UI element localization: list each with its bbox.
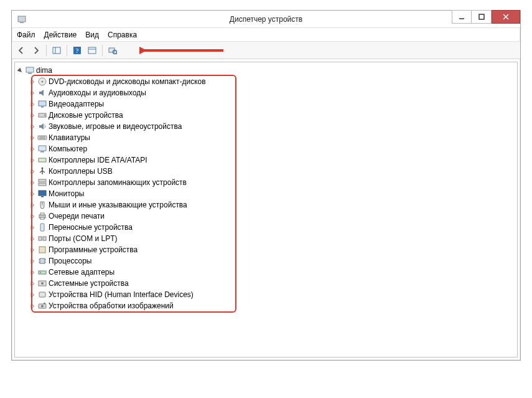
expand-icon[interactable]: [29, 113, 36, 118]
tree-category-node[interactable]: Контроллеры запоминающих устройств: [29, 177, 516, 188]
expand-icon[interactable]: [29, 169, 36, 174]
scan-hardware-button[interactable]: [106, 44, 119, 57]
expand-icon[interactable]: [29, 281, 36, 287]
tree-category-label: Сетевые адаптеры: [49, 268, 114, 277]
menu-view[interactable]: Вид: [85, 31, 99, 39]
tree-category-label: Контроллеры IDE ATA/ATAPI: [49, 156, 147, 164]
close-button[interactable]: [492, 10, 520, 24]
tree-category-node[interactable]: Очереди печати: [29, 211, 516, 222]
menu-action[interactable]: Действие: [44, 31, 77, 39]
tree-category-node[interactable]: Дисковые устройства: [29, 110, 516, 121]
system-icon: [37, 278, 47, 288]
tree-category-label: Устройства HID (Human Interface Devices): [49, 290, 194, 299]
computer-icon: [37, 144, 47, 154]
tree-root-node[interactable]: dima: [16, 65, 516, 76]
expand-icon[interactable]: [29, 180, 36, 186]
toolbar-separator: [46, 45, 47, 56]
tree-category-label: Процессоры: [49, 257, 92, 265]
audio-icon: [37, 88, 47, 98]
portable-icon: [37, 222, 47, 232]
collapse-icon[interactable]: [16, 68, 24, 73]
expand-icon[interactable]: [29, 102, 36, 107]
tree-category-label: Контроллеры запоминающих устройств: [49, 178, 187, 187]
svg-rect-0: [18, 16, 26, 22]
expand-icon[interactable]: [29, 292, 36, 298]
svg-rect-1: [20, 22, 24, 23]
expand-icon[interactable]: [29, 303, 36, 309]
tree-category-node[interactable]: Переносные устройства: [29, 222, 516, 233]
menu-file[interactable]: Файл: [17, 31, 35, 39]
tree-category-node[interactable]: Порты (COM и LPT): [29, 233, 516, 244]
forward-button[interactable]: [29, 44, 43, 57]
window-title: Диспетчер устройств: [12, 15, 520, 24]
tree-category-label: Устройства обработки изображений: [49, 301, 174, 310]
properties-button[interactable]: [85, 44, 99, 57]
minimize-button[interactable]: [452, 10, 472, 24]
tree-category-node[interactable]: Аудиовходы и аудиовыходы: [29, 87, 516, 98]
expand-icon[interactable]: [29, 236, 36, 242]
expand-icon[interactable]: [29, 79, 36, 85]
tree-category-node[interactable]: Мыши и иные указывающие устройства: [29, 199, 516, 211]
expand-icon[interactable]: [29, 247, 36, 253]
tree-category-node[interactable]: Мониторы: [29, 188, 516, 199]
tree-category-node[interactable]: Сетевые адаптеры: [29, 267, 516, 278]
tree-category-node[interactable]: Процессоры: [29, 255, 516, 267]
tree-category-label: Звуковые, игровые и видеоустройства: [49, 122, 182, 131]
tree-category-label: Контроллеры USB: [49, 167, 113, 176]
mouse-icon: [37, 200, 47, 210]
expand-icon[interactable]: [29, 146, 36, 152]
tree-category-node[interactable]: Устройства HID (Human Interface Devices): [29, 289, 516, 300]
tree-category-node[interactable]: Контроллеры USB: [29, 166, 516, 177]
help-button[interactable]: ?: [70, 44, 84, 57]
tree-category-node[interactable]: Устройства обработки изображений: [29, 300, 516, 311]
tree-category-label: Программные устройства: [49, 245, 138, 254]
device-tree[interactable]: dima DVD-дисководы и дисководы компакт-д…: [14, 62, 518, 358]
maximize-button[interactable]: [472, 10, 492, 24]
back-button[interactable]: [14, 44, 28, 57]
show-hide-console-tree-button[interactable]: [50, 44, 63, 57]
tree-root-label: dima: [36, 66, 52, 75]
tree-category-node[interactable]: Клавиатуры: [29, 132, 516, 143]
tree-category-node[interactable]: Системные устройства: [29, 278, 516, 289]
imaging-icon: [37, 301, 47, 311]
cpu-icon: [37, 256, 47, 266]
tree-category-node[interactable]: Компьютер: [29, 143, 516, 154]
tree-category-label: Мыши и иные указывающие устройства: [49, 201, 187, 209]
svg-text:?: ?: [76, 47, 79, 54]
tree-category-node[interactable]: DVD-дисководы и дисководы компакт-дисков: [29, 76, 516, 87]
annotation-arrow: [139, 44, 226, 57]
tree-category-node[interactable]: Звуковые, игровые и видеоустройства: [29, 121, 516, 132]
expand-icon[interactable]: [29, 158, 36, 163]
expand-icon[interactable]: [29, 90, 36, 96]
tree-category-node[interactable]: Контроллеры IDE ATA/ATAPI: [29, 154, 516, 166]
software-icon: [37, 245, 47, 255]
expand-icon[interactable]: [29, 124, 36, 130]
titlebar: Диспетчер устройств: [12, 11, 520, 28]
tree-category-label: Аудиовходы и аудиовыходы: [49, 88, 146, 97]
expand-icon[interactable]: [29, 191, 36, 197]
tree-category-label: Переносные устройства: [49, 223, 133, 232]
device-manager-window: Диспетчер устройств Файл Действие Вид Сп…: [11, 10, 521, 361]
svg-rect-6: [53, 47, 60, 54]
tree-category-label: Дисковые устройства: [49, 111, 123, 120]
tree-category-node[interactable]: Видеоадаптеры: [29, 98, 516, 110]
tree-category-label: Видеоадаптеры: [49, 100, 104, 108]
expand-icon[interactable]: [29, 135, 36, 141]
svg-rect-16: [26, 67, 34, 72]
tree-category-node[interactable]: Программные устройства: [29, 244, 516, 255]
hid-icon: [37, 290, 47, 300]
expand-icon[interactable]: [29, 270, 36, 275]
toolbar-separator: [102, 45, 103, 56]
drive-icon: [37, 110, 47, 120]
port-icon: [37, 234, 47, 244]
expand-icon[interactable]: [29, 258, 36, 264]
tree-category-label: Очереди печати: [49, 212, 105, 220]
expand-icon[interactable]: [29, 225, 36, 230]
expand-icon[interactable]: [29, 202, 36, 208]
menu-help[interactable]: Справка: [108, 31, 137, 39]
keyboard-icon: [37, 133, 47, 143]
ide-icon: [37, 155, 47, 165]
toolbar: ?: [12, 42, 520, 59]
expand-icon[interactable]: [29, 214, 36, 219]
tree-category-label: Клавиатуры: [49, 133, 90, 142]
